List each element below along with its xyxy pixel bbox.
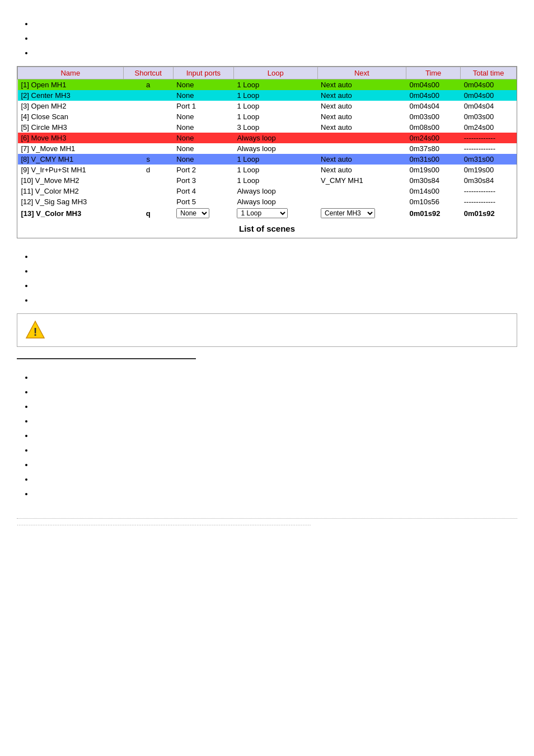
table-row[interactable]: [2] Center MH3 None 1 Loop Next auto 0m0… bbox=[18, 90, 517, 101]
table-row-time: 0m03s00 bbox=[406, 111, 460, 122]
table-row-next: Next auto bbox=[317, 111, 406, 122]
table-row-total: 0m31s00 bbox=[461, 154, 517, 165]
table-row-input: Port 4 bbox=[173, 186, 233, 196]
table-row-shortcut: d bbox=[123, 165, 173, 175]
table-row-loop: 1 Loop bbox=[233, 165, 317, 175]
table-row-loop: 1 Loop bbox=[233, 90, 317, 101]
bottom-bullet-5 bbox=[34, 429, 517, 443]
table-row-shortcut bbox=[123, 143, 173, 154]
table-row-next: Next auto bbox=[317, 90, 406, 101]
table-row-total: 0m03s00 bbox=[461, 111, 517, 122]
table-row-shortcut: a bbox=[123, 79, 173, 91]
table-row[interactable]: [12] V_Sig Sag MH3 Port 5 Always loop 0m… bbox=[18, 196, 517, 207]
col-total-time: Total time bbox=[461, 67, 517, 79]
loop-select[interactable]: 1 Loop2 Loop3 LoopAlways loop bbox=[237, 208, 288, 218]
mid-bullets bbox=[17, 250, 517, 308]
table-row-input: Port 5 bbox=[173, 196, 233, 207]
col-name: Name bbox=[18, 67, 124, 79]
table-row-shortcut bbox=[123, 175, 173, 186]
table-row-shortcut: s bbox=[123, 154, 173, 165]
table-row-shortcut bbox=[123, 101, 173, 111]
table-row-time: 0m19s00 bbox=[406, 165, 460, 175]
table-row-shortcut bbox=[123, 196, 173, 207]
table-row-total: 0m04s00 bbox=[461, 90, 517, 101]
table-row-name[interactable]: [12] V_Sig Sag MH3 bbox=[18, 196, 124, 207]
bottom-bullet-4 bbox=[34, 414, 517, 429]
table-row-name[interactable]: [4] Close Scan bbox=[18, 111, 124, 122]
table-row-time: 0m01s92 bbox=[406, 207, 460, 219]
col-loop: Loop bbox=[233, 67, 317, 79]
table-row-loop: Always loop bbox=[233, 133, 317, 143]
table-row-name[interactable]: [7] V_Move MH1 bbox=[18, 143, 124, 154]
table-row-total: 0m04s04 bbox=[461, 101, 517, 111]
table-row-loop: 1 Loop bbox=[233, 175, 317, 186]
table-row[interactable]: [10] V_Move MH2 Port 3 1 Loop V_CMY MH1 … bbox=[18, 175, 517, 186]
top-bullet-3 bbox=[34, 46, 517, 60]
table-row[interactable]: [13] V_Color MH3 q NonePort 1Port 2Port … bbox=[18, 207, 517, 219]
table-row[interactable]: [8] V_CMY MH1 s None 1 Loop Next auto 0m… bbox=[18, 154, 517, 165]
table-row-next: Next auto bbox=[317, 79, 406, 91]
table-row[interactable]: [6] Move MH3 None Always loop 0m24s00 --… bbox=[18, 133, 517, 143]
table-row-next[interactable]: Center MH3Next autoV_CMY MH1 bbox=[317, 207, 406, 219]
warning-icon: ! bbox=[25, 320, 45, 340]
table-row-next bbox=[317, 186, 406, 196]
table-row[interactable]: [7] V_Move MH1 None Always loop 0m37s80 … bbox=[18, 143, 517, 154]
table-row-loop: 1 Loop bbox=[233, 154, 317, 165]
table-row-shortcut bbox=[123, 133, 173, 143]
table-row-input[interactable]: NonePort 1Port 2Port 3Port 4Port 5 bbox=[173, 207, 233, 219]
table-row[interactable]: [5] Circle MH3 None 3 Loop Next auto 0m0… bbox=[18, 122, 517, 133]
table-row-shortcut bbox=[123, 186, 173, 196]
table-row-name[interactable]: [8] V_CMY MH1 bbox=[18, 154, 124, 165]
table-row-time: 0m30s84 bbox=[406, 175, 460, 186]
table-row-loop: 1 Loop bbox=[233, 101, 317, 111]
table-row-next: Next auto bbox=[317, 154, 406, 165]
table-row-input: None bbox=[173, 154, 233, 165]
input-select[interactable]: NonePort 1Port 2Port 3Port 4Port 5 bbox=[176, 208, 209, 218]
table-row-total: ------------- bbox=[461, 196, 517, 207]
table-row[interactable]: [1] Open MH1 a None 1 Loop Next auto 0m0… bbox=[18, 79, 517, 91]
table-row-input: None bbox=[173, 111, 233, 122]
table-row-total: 0m30s84 bbox=[461, 175, 517, 186]
top-bullet-2 bbox=[34, 31, 517, 46]
table-row-time: 0m04s04 bbox=[406, 101, 460, 111]
table-row-time: 0m14s00 bbox=[406, 186, 460, 196]
bottom-dots: ........................................… bbox=[17, 518, 517, 527]
table-row-name[interactable]: [11] V_Color MH2 bbox=[18, 186, 124, 196]
table-row-input: Port 3 bbox=[173, 175, 233, 186]
table-row-time: 0m04s00 bbox=[406, 79, 460, 91]
bottom-bullet-7 bbox=[34, 458, 517, 472]
table-row-shortcut bbox=[123, 111, 173, 122]
table-row-name[interactable]: [6] Move MH3 bbox=[18, 133, 124, 143]
table-row-input: Port 2 bbox=[173, 165, 233, 175]
bottom-bullets bbox=[17, 370, 517, 501]
table-row-total: ------------- bbox=[461, 186, 517, 196]
warning-box: ! bbox=[17, 313, 517, 347]
table-row-time: 0m24s00 bbox=[406, 133, 460, 143]
table-row-next: Next auto bbox=[317, 165, 406, 175]
table-row-name[interactable]: [1] Open MH1 bbox=[18, 79, 124, 91]
section-divider bbox=[17, 358, 196, 359]
scenes-table-container: Name Shortcut Input ports Loop Next Time… bbox=[17, 66, 517, 238]
next-select[interactable]: Center MH3Next autoV_CMY MH1 bbox=[321, 208, 375, 218]
table-row[interactable]: [9] V_Ir+Pu+St MH1 d Port 2 1 Loop Next … bbox=[18, 165, 517, 175]
table-row-name[interactable]: [9] V_Ir+Pu+St MH1 bbox=[18, 165, 124, 175]
bottom-bullet-3 bbox=[34, 400, 517, 414]
table-row-time: 0m08s00 bbox=[406, 122, 460, 133]
table-row-loop: 1 Loop bbox=[233, 111, 317, 122]
table-row-next bbox=[317, 133, 406, 143]
mid-bullet-1 bbox=[34, 250, 517, 264]
table-row-name[interactable]: [5] Circle MH3 bbox=[18, 122, 124, 133]
table-row-loop[interactable]: 1 Loop2 Loop3 LoopAlways loop bbox=[233, 207, 317, 219]
table-row-next bbox=[317, 143, 406, 154]
table-row[interactable]: [4] Close Scan None 1 Loop Next auto 0m0… bbox=[18, 111, 517, 122]
table-row-shortcut bbox=[123, 90, 173, 101]
table-row[interactable]: [11] V_Color MH2 Port 4 Always loop 0m14… bbox=[18, 186, 517, 196]
table-row-name[interactable]: [10] V_Move MH2 bbox=[18, 175, 124, 186]
table-row[interactable]: [3] Open MH2 Port 1 1 Loop Next auto 0m0… bbox=[18, 101, 517, 111]
table-row-name[interactable]: [2] Center MH3 bbox=[18, 90, 124, 101]
table-row-name[interactable]: [3] Open MH2 bbox=[18, 101, 124, 111]
mid-bullet-3 bbox=[34, 279, 517, 293]
table-row-total: ------------- bbox=[461, 133, 517, 143]
top-bullets bbox=[17, 17, 517, 60]
table-row-total: ------------- bbox=[461, 143, 517, 154]
